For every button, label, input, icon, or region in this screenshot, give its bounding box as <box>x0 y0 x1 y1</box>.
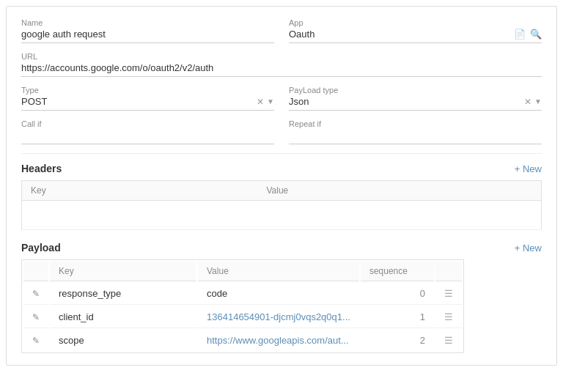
edit-icon-cell[interactable]: ✎ <box>23 283 48 305</box>
search-icon[interactable]: 🔍 <box>530 29 542 40</box>
divider-1 <box>21 153 542 154</box>
type-controls: ✕ ▼ <box>257 97 274 107</box>
payload-row-value: code <box>198 283 359 305</box>
payload-new-button[interactable]: + New <box>515 243 542 254</box>
menu-icon-cell[interactable]: ☰ <box>435 283 462 305</box>
payload-table: Key Value sequence ✎ response_type code … <box>21 259 464 353</box>
call-if-field: Call if <box>21 119 274 144</box>
url-field: URL https://accounts.google.com/o/oauth2… <box>21 52 542 77</box>
document-icon[interactable]: 📄 <box>514 29 526 40</box>
payload-type-field: PayLoad type Json ✕ ▼ <box>289 86 542 111</box>
type-clear-icon[interactable]: ✕ <box>257 97 264 107</box>
type-field: Type POST ✕ ▼ <box>21 86 274 111</box>
payload-row-sequence: 0 <box>361 283 434 305</box>
payload-title: Payload <box>21 242 61 254</box>
headers-empty-row <box>22 201 542 230</box>
payload-row-key: response_type <box>50 283 196 305</box>
payload-type-controls: ✕ ▼ <box>524 97 542 107</box>
payload-row-sequence: 1 <box>361 306 434 328</box>
payload-type-dropdown-icon[interactable]: ▼ <box>534 97 542 106</box>
payload-type-value: Json <box>289 96 524 107</box>
url-label: URL <box>21 52 542 61</box>
payload-col-seq-header: sequence <box>361 262 434 281</box>
payload-col-value-header: Value <box>198 262 359 281</box>
headers-table: Key Value <box>21 180 542 230</box>
payload-type-select[interactable]: Json ✕ ▼ <box>289 96 542 111</box>
payload-col-edit-header <box>23 262 48 281</box>
payload-row-sequence: 2 <box>361 330 434 351</box>
payload-col-action-header <box>435 262 462 281</box>
edit-icon-cell[interactable]: ✎ <box>23 306 48 328</box>
call-if-value[interactable] <box>21 130 274 144</box>
call-if-label: Call if <box>21 119 274 128</box>
name-value[interactable]: google auth request <box>21 29 274 43</box>
name-label: Name <box>21 18 274 27</box>
headers-title: Headers <box>21 163 62 174</box>
menu-icon-cell[interactable]: ☰ <box>435 330 462 351</box>
payload-type-clear-icon[interactable]: ✕ <box>524 97 531 107</box>
payload-row: ✎ client_id 136414654901-djcmj0vqs2q0q1.… <box>23 306 462 328</box>
payload-col-key-header: Key <box>50 262 196 281</box>
type-dropdown-icon[interactable]: ▼ <box>267 97 274 106</box>
headers-col-value: Value <box>257 181 541 201</box>
menu-icon-cell[interactable]: ☰ <box>435 306 462 328</box>
name-field: Name google auth request <box>21 18 274 43</box>
app-field-icons: 📄 🔍 <box>514 29 542 40</box>
payload-section-header: Payload + New <box>21 242 542 254</box>
payload-row-value: 136414654901-djcmj0vqs2q0q1... <box>198 306 359 328</box>
type-label: Type <box>21 86 274 95</box>
app-field-container: Oauth 📄 🔍 <box>289 29 542 43</box>
app-field: App Oauth 📄 🔍 <box>289 18 542 43</box>
payload-type-label: PayLoad type <box>289 86 542 95</box>
payload-row: ✎ response_type code 0 ☰ <box>23 283 462 305</box>
payload-row-key: scope <box>50 330 196 351</box>
headers-section-header: Headers + New <box>21 163 542 174</box>
headers-new-button[interactable]: + New <box>515 163 542 174</box>
repeat-if-label: Repeat if <box>289 119 542 128</box>
type-select[interactable]: POST ✕ ▼ <box>21 96 274 111</box>
repeat-if-value[interactable] <box>289 130 542 144</box>
edit-icon-cell[interactable]: ✎ <box>23 330 48 351</box>
headers-col-key: Key <box>22 181 258 201</box>
url-value[interactable]: https://accounts.google.com/o/oauth2/v2/… <box>21 62 542 77</box>
type-value: POST <box>21 96 257 107</box>
payload-row: ✎ scope https://www.googleapis.com/aut..… <box>23 330 462 351</box>
app-label: App <box>289 18 542 27</box>
repeat-if-field: Repeat if <box>289 119 542 144</box>
payload-row-key: client_id <box>50 306 196 328</box>
payload-row-value: https://www.googleapis.com/aut... <box>198 330 359 351</box>
app-value[interactable]: Oauth <box>289 29 514 40</box>
